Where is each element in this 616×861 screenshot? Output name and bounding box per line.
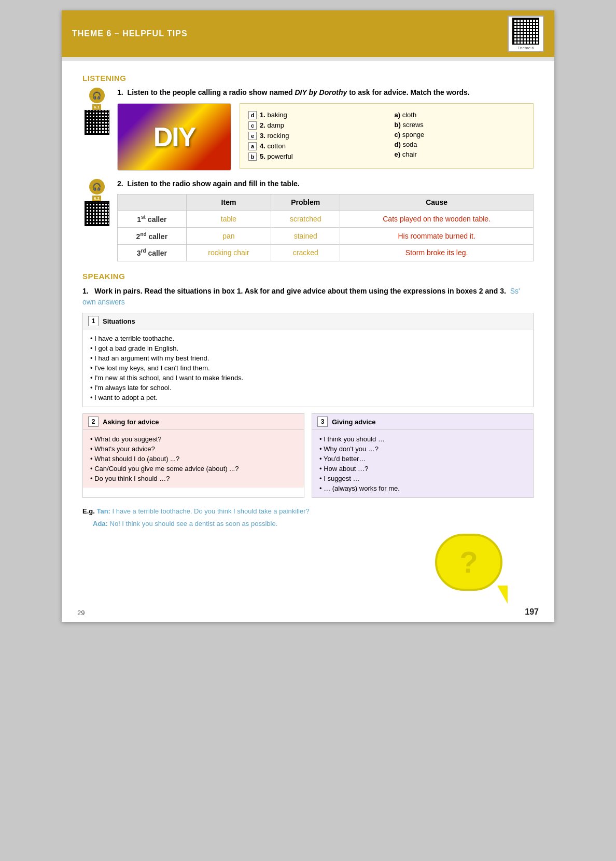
situations-box: 1 Situations I have a terrible toothache… (82, 313, 534, 407)
list-item: What's your advice? (90, 444, 297, 454)
box3-content: I think you should … Why don't you …? Yo… (312, 430, 533, 497)
exercise-1-number: 1. (117, 88, 123, 96)
header-bar: THEME 6 – HELPFUL TIPS Theme 6 (62, 10, 554, 57)
audio-icon-1[interactable]: 🎧 (89, 88, 105, 103)
match-item-4: a 4. cotton (248, 141, 379, 151)
list-item: I have a terrible toothache. (90, 334, 526, 343)
speaking-section: SPEAKING 1. Work in pairs. Read the situ… (82, 272, 534, 606)
subheader-bar (62, 57, 554, 61)
list-item: Why don't you …? (319, 444, 526, 454)
example-tan: E.g. Tan: I have a terrible toothache. D… (82, 506, 534, 517)
audio-block-2: 🎧 6.2 (82, 179, 111, 226)
matching-box: d 1. baking c 2. damp e (240, 103, 534, 169)
box1-number: 1 (88, 316, 99, 326)
match-col-right: a) cloth b) screws c) sponge (395, 110, 525, 162)
list-item: I'm new at this school, and I want to ma… (90, 373, 526, 383)
match-right-c-text: c) sponge (395, 131, 425, 138)
ada-name: Ada: (93, 520, 108, 527)
qr-pattern (512, 18, 539, 45)
box3-title: Giving advice (332, 418, 376, 426)
match-number-3: 3. rocking (260, 132, 289, 140)
question-mark: ? (459, 547, 478, 577)
show-name: DIY by Dorothy (295, 88, 347, 96)
speaking-text: Work in pairs. Read the situations in bo… (94, 287, 506, 295)
item-2: pan (186, 227, 271, 244)
listening-table: Item Problem Cause 1st caller table (117, 194, 534, 261)
list-item: I got a bad grade in English. (90, 343, 526, 353)
diy-image: DIY (117, 103, 231, 171)
cause-3: Storm broke its leg. (340, 244, 534, 261)
exercise-2-instruction: 2. Listen to the radio show again and fi… (117, 179, 534, 189)
example-ada: Ada: No! I think you should see a dentis… (93, 519, 534, 529)
tan-name: Tan: (96, 507, 110, 515)
match-item-5: b 5. powerful (248, 151, 379, 162)
match-right-b-text: b) screws (395, 121, 424, 129)
page-number-left: 29 (77, 609, 85, 617)
bubble-tail (497, 586, 508, 604)
match-right-d-text: d) soda (395, 141, 417, 148)
box3-number: 3 (317, 416, 328, 427)
list-item: What should I do (about) ...? (90, 454, 297, 464)
problem-1: scratched (271, 211, 340, 228)
box1-wrapper: 1 Situations I have a terrible toothache… (82, 313, 534, 407)
boxes-2-3: 2 Asking for advice What do you suggest?… (82, 413, 534, 498)
matching-grid: d 1. baking c 2. damp e (248, 110, 525, 162)
qr-code-1 (85, 110, 109, 135)
list-item: I've lost my keys, and I can't find them… (90, 363, 526, 373)
audio-badge-2: 6.2 (92, 196, 101, 201)
item-3: rocking chair (186, 244, 271, 261)
box3-header: 3 Giving advice (312, 414, 533, 430)
instruction-text-1a: Listen to the people calling a radio sho… (128, 88, 295, 96)
box1-header: 1 Situations (83, 313, 533, 329)
tan-text: I have a terrible toothache. Do you thin… (113, 507, 310, 515)
col-header-problem: Problem (271, 195, 340, 211)
exercise-2-content: 2. Listen to the radio show again and fi… (117, 179, 534, 262)
cause-2: His roommate burned it. (340, 227, 534, 244)
match-answer-4: a (248, 142, 257, 150)
box1-content: I have a terrible toothache. I got a bad… (83, 329, 533, 407)
speaking-number: 1. (82, 287, 89, 295)
exercise-2-text: Listen to the radio show again and fill … (128, 179, 300, 188)
example-section: E.g. Tan: I have a terrible toothache. D… (82, 506, 534, 529)
caller-3: 3rd caller (118, 244, 187, 261)
qr-code-2 (85, 201, 109, 226)
speech-bubble-wrapper: ? (435, 534, 518, 606)
match-number-5: 5. powerful (260, 152, 293, 160)
table-row: 3rd caller rocking chair cracked Storm b… (118, 244, 534, 261)
theme-label: Theme 6 (517, 46, 534, 50)
qr-code-header: Theme 6 (508, 16, 544, 52)
match-right-d: d) soda (395, 140, 525, 149)
list-item: … (always) works for me. (319, 483, 526, 493)
audio-icon-2[interactable]: 🎧 (89, 179, 105, 195)
match-number-2: 2. damp (260, 121, 284, 129)
ada-text: No! I think you should see a dentist as … (110, 520, 278, 527)
match-answer-3: e (248, 132, 257, 140)
list-item: I had an argument with my best friend. (90, 353, 526, 363)
diy-logo: DIY (153, 121, 195, 152)
match-item-3: e 3. rocking (248, 131, 379, 141)
exercise-2-number: 2. (117, 179, 123, 188)
problem-3: cracked (271, 244, 340, 261)
diy-area: DIY d 1. baking (117, 103, 534, 171)
match-right-c: c) sponge (395, 130, 525, 140)
audio-block-1: 🎧 6.1 (82, 88, 111, 135)
match-answer-5: b (248, 152, 257, 161)
match-number-1: 1. baking (260, 111, 287, 119)
match-right-b: b) screws (395, 120, 525, 130)
giving-list: I think you should … Why don't you …? Yo… (319, 434, 526, 493)
instruction-text-1b: to ask for advice. Match the words. (347, 88, 470, 96)
col-header-caller (118, 195, 187, 211)
match-item-1: d 1. baking (248, 110, 379, 120)
box2-title: Asking for advice (103, 418, 159, 426)
list-item: I want to adopt a pet. (90, 393, 526, 402)
box2-header: 2 Asking for advice (83, 414, 304, 430)
match-right-a: a) cloth (395, 110, 525, 120)
list-item: I think you should … (319, 434, 526, 444)
item-1: table (186, 211, 271, 228)
match-item-2: c 2. damp (248, 120, 379, 131)
page-number-right: 197 (525, 607, 539, 617)
table-row: 1st caller table scratched Cats played o… (118, 211, 534, 228)
speaking-instruction: 1. Work in pairs. Read the situations in… (82, 286, 534, 308)
match-col-left: d 1. baking c 2. damp e (248, 110, 379, 162)
caller-2: 2nd caller (118, 227, 187, 244)
